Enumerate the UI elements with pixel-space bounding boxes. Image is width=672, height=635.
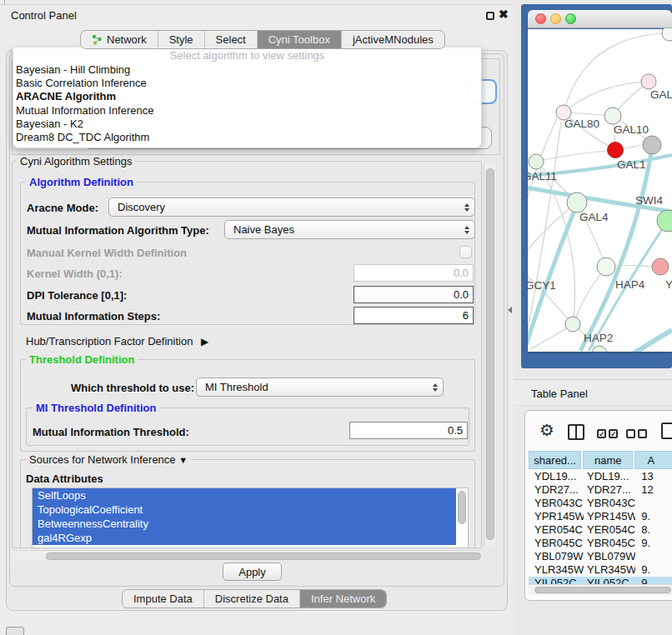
table-row[interactable]: YDR27...YDR27...12 <box>529 483 672 497</box>
combo-arrows-icon <box>461 203 473 212</box>
splitter-arrow-icon[interactable] <box>508 307 512 313</box>
network-node-gal10[interactable] <box>604 108 621 124</box>
close-traffic-icon[interactable] <box>535 13 546 24</box>
tab-discretize-data[interactable]: Discretize Data <box>203 590 299 608</box>
network-node[interactable] <box>643 136 661 154</box>
network-edge[interactable] <box>528 202 577 264</box>
algorithm-option[interactable]: ARACNE Algorithm <box>13 90 481 103</box>
network-node-gal1[interactable] <box>608 142 624 158</box>
hub-section-toggle[interactable]: Hub/Transcription Factor Definition ▶ <box>26 335 208 348</box>
node-label: GAL11 <box>528 170 557 182</box>
split-columns-icon[interactable] <box>568 424 584 440</box>
table-hscrollbar[interactable] <box>529 584 672 595</box>
gear-icon[interactable]: ⚙ <box>539 422 554 438</box>
table-row[interactable]: YBR045CYBR045C9. <box>529 537 672 550</box>
table-cell: 8. <box>635 523 672 537</box>
table-row[interactable]: YLR345WYLR345W9. <box>529 563 672 577</box>
network-edge[interactable] <box>536 151 607 162</box>
tab-network[interactable]: Network <box>81 31 158 48</box>
data-attributes-list[interactable]: SelfLoopsTopologicalCoefficientBetweenne… <box>32 488 469 548</box>
tab-label: Network <box>107 33 147 46</box>
aracne-mode-combo[interactable]: Discovery <box>108 198 475 217</box>
mi-type-combo[interactable]: Naive Bayes <box>224 220 475 239</box>
network-edge[interactable] <box>622 145 643 149</box>
table-cell: YBL079W <box>584 550 635 563</box>
dropdown-placeholder: Select algorithm to view settings <box>13 48 481 63</box>
apply-button[interactable]: Apply <box>223 562 282 581</box>
tab-cyni-toolbox[interactable]: Cyni Toolbox <box>257 31 341 48</box>
mi-type-label: Mutual Information Algorithm Type: <box>27 224 209 237</box>
table-cell: YLR345W <box>529 563 584 577</box>
collapsed-panel-icon[interactable] <box>6 627 24 635</box>
network-node[interactable] <box>662 28 672 41</box>
zoom-traffic-icon[interactable] <box>565 13 576 24</box>
settings-scrollbar[interactable] <box>484 163 496 547</box>
column-header[interactable]: A <box>634 451 672 469</box>
table-row[interactable]: YBL079WYBL079W <box>529 550 672 563</box>
network-edge-highlighted[interactable] <box>580 148 652 351</box>
cyni-settings-title: Cyni Algorithm Settings <box>17 155 135 168</box>
tab-jactivemnodules[interactable]: jActiveMNodules <box>341 31 444 48</box>
table-row[interactable]: YIL052CYIL052C9 <box>529 577 672 584</box>
attribute-item[interactable]: gal4RGexp <box>33 531 456 545</box>
tab-label: jActiveMNodules <box>353 33 434 46</box>
combo-arrows-icon <box>429 383 441 392</box>
algorithm-option[interactable]: Mutual Information Inference <box>13 104 481 118</box>
which-threshold-combo[interactable]: MI Threshold <box>196 378 444 397</box>
column-header[interactable]: shared... <box>529 451 581 469</box>
hub-section-label: Hub/Transcription Factor Definition <box>26 335 193 348</box>
node-label: SWI4 <box>635 194 663 207</box>
algorithm-option[interactable]: Basic Correlation Inference <box>13 77 481 90</box>
network-node-gal4[interactable] <box>567 192 587 212</box>
new-column-icon[interactable] <box>661 422 672 439</box>
table-cell <box>635 497 672 510</box>
column-header[interactable]: name <box>583 451 633 469</box>
mi-steps-field[interactable]: 6 <box>354 307 474 324</box>
table-cell: YIL052C <box>584 577 635 584</box>
list-scrollbar[interactable] <box>458 491 466 528</box>
tab-impute-data[interactable]: Impute Data <box>123 590 203 608</box>
table-row[interactable]: YER054CYER054C8. <box>529 523 672 537</box>
table-header: shared...nameA <box>529 451 672 469</box>
which-threshold-label: Which threshold to use: <box>71 382 194 394</box>
network-node-gal11[interactable] <box>529 154 544 169</box>
mi-threshold-field[interactable]: 0.5 <box>349 422 468 439</box>
network-canvas[interactable]: GALGAL80GAL10GAL1GAL11SWI4GAL4GCY1HAP4YH… <box>528 28 672 352</box>
dpi-tolerance-field[interactable]: 0.0 <box>354 286 474 303</box>
network-node-gal[interactable] <box>641 74 656 89</box>
network-titlebar[interactable] <box>528 10 672 28</box>
network-edge[interactable] <box>564 82 649 112</box>
algorithm-option[interactable]: Bayesian - Hill Climbing <box>13 63 481 77</box>
kernel-width-field[interactable]: 0.0 <box>354 264 474 282</box>
manual-kernel-checkbox[interactable] <box>459 246 472 258</box>
network-node-y[interactable] <box>652 258 669 275</box>
table-row[interactable]: YPR145WYPR145W9. <box>529 510 672 523</box>
minimize-traffic-icon[interactable] <box>550 13 561 24</box>
tab-infer-network[interactable]: Infer Network <box>299 590 386 608</box>
table-cell: YDR27... <box>584 483 635 497</box>
sources-group-title[interactable]: Sources for Network Inference ▼ <box>26 453 191 466</box>
control-panel-tabs: NetworkStyleSelectCyni ToolboxjActiveMNo… <box>80 30 445 49</box>
tab-select[interactable]: Select <box>204 31 257 48</box>
tab-style[interactable]: Style <box>158 31 204 48</box>
table-row[interactable]: YBR043CYBR043C <box>529 497 672 510</box>
attribute-item[interactable]: TopologicalCoefficient <box>33 502 456 517</box>
network-node-swi4[interactable] <box>657 210 672 232</box>
sources-title-label: Sources for Network Inference <box>29 453 176 466</box>
network-node-hap2[interactable] <box>565 317 580 332</box>
table-cell: 9 <box>635 577 672 584</box>
network-edge-highlighted[interactable] <box>634 330 672 352</box>
attribute-item[interactable]: BetweennessCentrality <box>33 517 456 531</box>
aracne-mode-label: Aracne Mode: <box>27 202 98 214</box>
settings-hscrollbar[interactable] <box>13 550 482 561</box>
float-icon[interactable] <box>486 12 494 20</box>
algorithm-option[interactable]: Dream8 DC_TDC Algorithm <box>13 131 481 144</box>
table-cell: 9. <box>635 537 672 550</box>
close-icon[interactable]: ✖ <box>499 8 509 21</box>
algorithm-option[interactable]: Bayesian - K2 <box>13 118 481 131</box>
select-all-checks-icon[interactable]: ✓✓ <box>597 429 618 438</box>
attribute-item[interactable]: SelfLoops <box>33 488 456 502</box>
network-node-hap4[interactable] <box>597 258 615 276</box>
table-row[interactable]: YDL19...YDL19...13 <box>529 470 672 483</box>
deselect-all-checks-icon[interactable] <box>626 429 647 438</box>
